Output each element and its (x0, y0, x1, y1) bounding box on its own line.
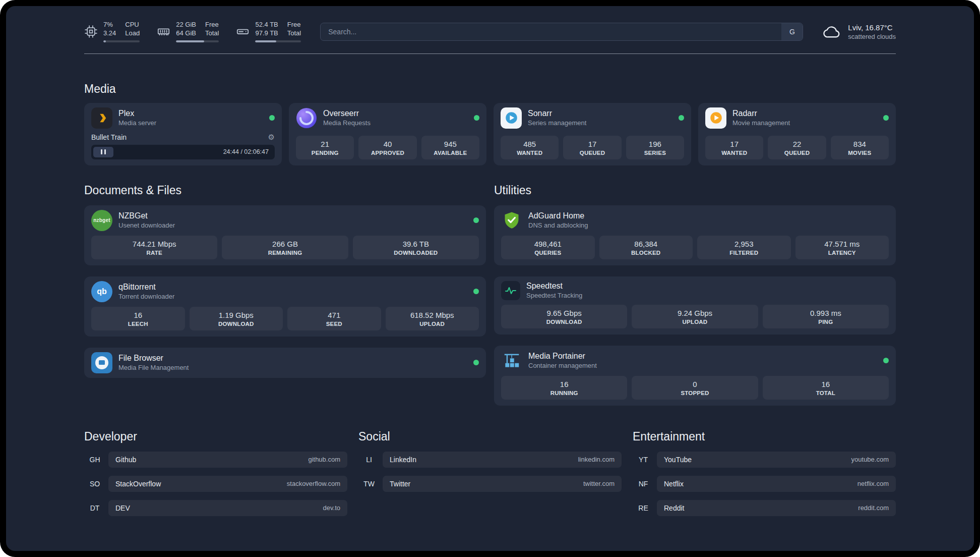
cpu-usage-bar (103, 40, 140, 42)
now-playing-title: Bullet Train (91, 133, 127, 141)
bookmark-link-youtube[interactable]: YouTube youtube.com (657, 452, 896, 468)
media-player-bar: 24:44 / 02:06:47 (91, 145, 275, 159)
qbittorrent-icon[interactable]: qb (91, 281, 112, 302)
bookmark-github: GH Github github.com (84, 452, 347, 468)
service-desc-qbittorrent: Torrent downloader (118, 293, 174, 300)
stat-ping: 0.993 ms PING (763, 305, 889, 328)
disk-free-value: 52.4 TB (255, 21, 278, 29)
service-name-adguard[interactable]: AdGuard Home (528, 211, 588, 220)
header-divider (84, 53, 896, 54)
memory-total-value: 64 GiB (176, 30, 196, 37)
speedtest-icon[interactable] (501, 281, 520, 300)
service-desc-portainer: Container management (528, 362, 597, 369)
cpu-widget: 7% CPU 3.24 Load (84, 21, 140, 42)
stat-pending: 21 PENDING (296, 136, 354, 159)
service-desc-radarr: Movie management (732, 119, 790, 127)
adguard-icon[interactable] (501, 210, 522, 231)
service-card-adguard: AdGuard Home DNS and adblocking 498,461 … (494, 205, 896, 265)
stat-available: 945 AVAILABLE (421, 136, 479, 159)
bookmark-link-github[interactable]: Github github.com (108, 452, 347, 468)
search-input[interactable] (320, 23, 803, 41)
top-bar: 7% CPU 3.24 Load 22 (84, 21, 896, 42)
section-title-utilities: Utilities (494, 184, 896, 197)
bookmark-stackoverflow: SO StackOverflow stackoverflow.com (84, 476, 347, 492)
status-dot (474, 115, 479, 121)
stat-latency: 47.571 ms LATENCY (795, 236, 889, 259)
status-dot (679, 115, 684, 121)
stat-queries: 498,461 QUERIES (501, 236, 595, 259)
sonarr-icon[interactable] (501, 107, 522, 129)
pause-button[interactable] (93, 147, 113, 157)
filebrowser-icon[interactable] (91, 352, 112, 373)
disk-free-label: Free (287, 21, 301, 29)
service-name-sonarr[interactable]: Sonarr (528, 109, 586, 118)
service-card-radarr: Radarr Movie management 17 WANTED 22 QUE… (698, 103, 896, 165)
search-provider-button[interactable]: G (781, 23, 803, 40)
stat-remaining: 266 GB REMAINING (222, 236, 348, 259)
section-media: Media Plex Media server Bullet Train (84, 82, 896, 165)
bookmark-twitter: TW Twitter twitter.com (358, 476, 622, 492)
stat-download: 1.19 Gbps DOWNLOAD (190, 307, 283, 330)
service-card-sonarr: Sonarr Series management 485 WANTED 17 Q… (494, 103, 691, 165)
disk-total-value: 97.9 TB (255, 30, 278, 37)
radarr-icon[interactable] (705, 107, 726, 129)
status-dot (269, 115, 275, 121)
service-card-portainer: Media Portainer Container management 16 … (494, 346, 896, 406)
bookmark-link-stackoverflow[interactable]: StackOverflow stackoverflow.com (108, 476, 347, 492)
dashboard-frame: 7% CPU 3.24 Load 22 (0, 0, 980, 557)
stat-upload: 9.24 Gbps UPLOAD (632, 305, 758, 328)
stat-wanted: 17 WANTED (705, 136, 763, 159)
disk-total-label: Total (287, 30, 301, 37)
bookmark-link-twitter[interactable]: Twitter twitter.com (383, 476, 622, 492)
service-name-nzbget[interactable]: NZBGet (118, 211, 175, 220)
stat-stopped: 0 STOPPED (632, 376, 758, 400)
nzbget-icon[interactable]: nzbget (91, 210, 112, 231)
hard-drive-icon (236, 25, 250, 38)
service-card-filebrowser: File Browser Media File Management (84, 348, 486, 378)
service-desc-plex: Media server (118, 119, 156, 127)
service-desc-speedtest: Speedtest Tracking (526, 292, 582, 299)
stat-upload: 618.52 Mbps UPLOAD (386, 307, 479, 330)
service-name-portainer[interactable]: Media Portainer (528, 352, 597, 361)
bookmark-abbr: NF (633, 480, 654, 488)
bookmark-link-linkedin[interactable]: LinkedIn linkedin.com (383, 452, 622, 468)
weather-widget[interactable]: Lviv, 16.87°C scattered clouds (822, 23, 896, 40)
dashboard-page: 7% CPU 3.24 Load 22 (6, 6, 974, 551)
overseerr-icon[interactable] (296, 107, 317, 129)
stat-leech: 16 LEECH (91, 307, 185, 330)
service-name-speedtest[interactable]: Speedtest (526, 282, 582, 291)
cpu-percent-value: 7% (103, 21, 116, 29)
service-card-qbittorrent: qb qBittorrent Torrent downloader 16 LEE… (84, 276, 486, 337)
bookmark-link-dev[interactable]: DEV dev.to (108, 500, 347, 516)
memory-free-value: 22 GiB (176, 21, 196, 29)
service-name-qbittorrent[interactable]: qBittorrent (118, 283, 174, 292)
bookmark-abbr: LI (358, 456, 380, 464)
bookmark-reddit: RE Reddit reddit.com (633, 500, 896, 516)
section-documents: Documents & Files nzbget NZBGet Usenet d… (84, 184, 486, 406)
service-desc-nzbget: Usenet downloader (118, 221, 175, 229)
resource-widgets: 7% CPU 3.24 Load 22 (84, 21, 301, 42)
service-name-plex[interactable]: Plex (118, 109, 156, 118)
stat-wanted: 485 WANTED (501, 136, 559, 159)
plex-icon[interactable] (91, 107, 112, 129)
service-name-radarr[interactable]: Radarr (732, 109, 790, 118)
bookmark-link-reddit[interactable]: Reddit reddit.com (657, 500, 896, 516)
portainer-icon[interactable] (501, 350, 522, 371)
bookmark-linkedin: LI LinkedIn linkedin.com (358, 452, 622, 468)
service-name-filebrowser[interactable]: File Browser (118, 354, 189, 363)
section-title-documents: Documents & Files (84, 184, 486, 197)
disk-usage-bar (255, 40, 301, 42)
stat-series: 196 SERIES (626, 136, 684, 159)
service-name-overseerr[interactable]: Overseerr (323, 109, 371, 118)
gear-icon[interactable]: ⚙ (268, 133, 275, 141)
memory-free-label: Free (205, 21, 219, 29)
bookmark-dev: DT DEV dev.to (84, 500, 347, 516)
bookmark-abbr: RE (633, 504, 654, 512)
stat-queued: 17 QUEUED (563, 136, 621, 159)
bookmark-link-netflix[interactable]: Netflix netflix.com (657, 476, 896, 492)
section-social: Social LI LinkedIn linkedin.com TW Twitt… (358, 430, 622, 516)
bookmark-abbr: DT (84, 504, 105, 512)
bookmark-netflix: NF Netflix netflix.com (633, 476, 896, 492)
status-dot (883, 358, 889, 363)
memory-widget: 22 GiB Free 64 GiB Total (157, 21, 219, 42)
